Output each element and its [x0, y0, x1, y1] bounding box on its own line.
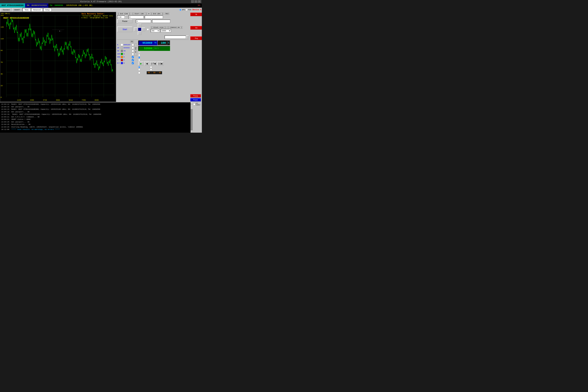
stat-row-over: > 0 — [117, 59, 134, 61]
log-scroll-up[interactable]: ▲ — [191, 102, 193, 104]
nav-up[interactable]: ▲ — [138, 24, 142, 27]
stats-section: RS 5 6965207 20 665693 50 — [117, 40, 189, 74]
skip-fwd-button[interactable]: ▷|◀ — [157, 62, 164, 66]
sle-button[interactable]: Sle — [190, 26, 202, 30]
ignore-radio[interactable] — [138, 66, 140, 68]
api-radio[interactable] — [179, 9, 181, 11]
close-button[interactable]: × — [198, 0, 201, 3]
rewind-button[interactable]: ◀ — [144, 62, 150, 66]
log-entry: 13:04:21 Get S.M.A.R.T. command... OK — [1, 116, 189, 118]
stat-row-600ms: 600 0 — [117, 56, 134, 58]
log-text: Starting Reading, LBA=0..1953525167, seq… — [11, 126, 83, 128]
log-timestamp: 13:04:25 — [1, 121, 11, 123]
log-text: Model: HGST HTS541010A9E680; Capacity: 1… — [11, 103, 100, 105]
nav-down[interactable]: ▼ — [138, 31, 142, 35]
timeout-select[interactable]: 10000 — [160, 29, 171, 32]
log-text: Model: HGST HTS541010A9E680; Capacity: 1… — [11, 108, 100, 110]
time-lba-row: [ End time ] [ Start LBA: ] 0 [ End LBA:… — [117, 12, 189, 15]
erase-radio[interactable] — [150, 66, 152, 68]
stat-over-check[interactable] — [132, 59, 134, 61]
stat-600-check[interactable] — [132, 56, 134, 58]
menu-setup[interactable]: Setup — [43, 8, 52, 12]
api-label: API — [182, 9, 185, 11]
kbs-display-group: 53504 kb/s — [138, 46, 170, 51]
stat-5-label: 5 — [117, 44, 120, 46]
end-of-test-dropdown[interactable]: End of test ▼ — [165, 36, 189, 39]
grid-checkbox[interactable] — [138, 72, 140, 74]
end-of-test-input[interactable]: End of test — [165, 36, 186, 39]
nav-checkbox[interactable] — [147, 28, 149, 30]
pio-radio[interactable] — [186, 9, 188, 11]
stat-err-check[interactable] — [132, 62, 134, 64]
remap-radio[interactable] — [138, 68, 140, 70]
stat-200-check[interactable] — [132, 53, 134, 55]
log-scroll-thumb[interactable] — [191, 104, 193, 109]
lba-capacity-label: 1953525168 LBA (~931 GB) — [65, 3, 197, 8]
br-button[interactable]: Br — [190, 12, 202, 16]
maximize-button[interactable]: □ — [195, 0, 197, 3]
right-panel: [ End time ] [ Start LBA: ] 0 [ End LBA:… — [116, 12, 190, 102]
menu-smart[interactable]: SMART — [12, 8, 22, 12]
menu-tests[interactable]: Tests — [23, 8, 31, 12]
pass-button[interactable]: Passp — [190, 94, 201, 98]
stat-row-5ms: 5 6965207 — [117, 44, 134, 46]
start-lba-input[interactable] — [129, 16, 144, 19]
nav-right[interactable]: ▶ — [142, 28, 145, 31]
stat-over-label: > — [117, 59, 120, 61]
verify-radio[interactable] — [138, 54, 140, 56]
end-lba-input2[interactable]: 1953525167 — [152, 20, 170, 23]
log-entry: 13:04:25 Starting Reading, LBA=0..195352… — [1, 126, 189, 128]
reg-button[interactable]: Reg — [190, 36, 202, 40]
restore-radio[interactable] — [150, 68, 152, 70]
end-time-input[interactable] — [117, 16, 125, 19]
log-timestamp: 13:04:12 — [1, 103, 11, 105]
minimize-button[interactable]: _ — [191, 0, 194, 3]
power-button[interactable]: Power — [190, 98, 201, 102]
menu-advanced[interactable]: Advanced — [31, 8, 43, 12]
log-scrollbar[interactable]: ▲ ▼ — [191, 102, 193, 133]
app-title: Victoria 4.47 Freeware (2013-02-20) — [80, 0, 122, 3]
log-timestamp: 13:04:15 — [1, 108, 11, 110]
log-scroll-down[interactable]: ▼ — [191, 130, 193, 133]
stat-200-label: 200 — [117, 53, 120, 55]
write-radio[interactable] — [138, 59, 140, 61]
log-text: Recalibration... OK — [11, 124, 31, 125]
data-recovery-title: Data Recovery Center: — [82, 13, 113, 15]
nav-center[interactable] — [138, 28, 142, 31]
data-recovery-line2: E-mail: sergei@hdd-911.com — [82, 17, 113, 19]
log-entry: 13:04:16. Model: HGST HTS541010A9E680; C… — [1, 113, 189, 116]
menu-standard[interactable]: Standard — [1, 8, 12, 12]
window-controls[interactable]: _ □ × — [191, 0, 201, 3]
end-of-test-arrow[interactable]: ▼ — [186, 36, 189, 39]
log-text: Get S.M.A.R.T. command... OK — [11, 116, 40, 118]
log-text: Model: HGST HTS541010A9E680; Capacity: 1… — [13, 114, 101, 115]
stat-err-label: Err — [117, 62, 120, 64]
start-button[interactable]: Start — [117, 26, 133, 32]
skip-rew-button[interactable]: ▷?◀ — [150, 62, 157, 66]
play-button[interactable]: ▶ — [138, 62, 144, 66]
field2-input[interactable] — [136, 20, 151, 23]
nav-left[interactable]: ◀ — [134, 28, 138, 31]
block-size-select[interactable]: 256 — [151, 29, 160, 32]
y-axis-label: 163 (Mb/s) — [1, 13, 10, 14]
stat-50-check[interactable] — [132, 50, 134, 52]
rs-button[interactable]: RS — [130, 40, 134, 43]
ddd-enable-checkbox — [138, 52, 140, 54]
pause-button[interactable]: Pause — [117, 19, 133, 23]
log-wrapper: 13:04:12 Model: HGST HTS541010A9E680; Ca… — [0, 102, 202, 133]
main-content: 163 (Mb/s) ─ 6 + HGST HTS541010A9E680 Da… — [0, 12, 202, 102]
grid-timer: 00 : 00 : 00 — [147, 71, 162, 74]
percent-display-group: 100 % — [158, 40, 170, 46]
end-time-up[interactable]: ▲ — [125, 16, 127, 17]
end-lba-input1[interactable]: 1953525167 — [145, 16, 163, 19]
end-time-spinbox[interactable]: ▲ ▼ — [117, 16, 127, 19]
graph-area: 163 (Mb/s) ─ 6 + HGST HTS541010A9E680 Da… — [0, 12, 116, 102]
read-radio[interactable] — [138, 56, 140, 58]
stat-5-check[interactable] — [132, 44, 134, 46]
end-time-down[interactable]: ▼ — [125, 17, 127, 19]
speed-marker: ─ 6 + — [57, 30, 63, 32]
sound-checkbox[interactable] — [193, 103, 195, 105]
metrics-section: 953869 Mb 100 % 53504 kb/s DDD Enab — [138, 40, 170, 74]
mb-display-group: 953869 Mb — [138, 40, 158, 46]
stat-20-check[interactable] — [132, 47, 134, 49]
